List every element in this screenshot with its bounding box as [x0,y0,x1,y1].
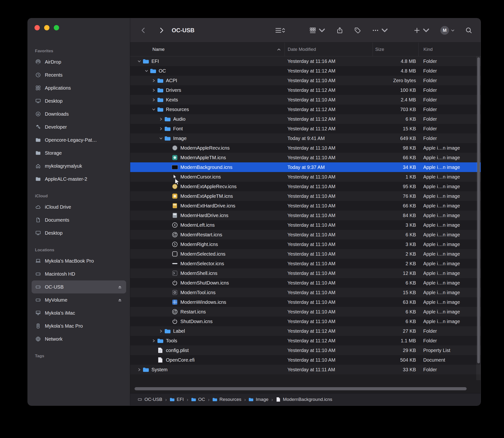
sidebar-item-airdrop[interactable]: AirDrop [32,55,126,68]
tag-button[interactable] [354,27,361,34]
vertical-scrollbar-thumb[interactable] [477,57,480,363]
zoom-button[interactable] [54,25,59,30]
sidebar-item-icloud-drive[interactable]: iCloud Drive [32,200,126,213]
file-row-modernextharddrive-icns[interactable]: ModernExtHardDrive.icnsYesterday at 11:1… [130,201,481,211]
minimize-button[interactable] [44,25,49,30]
file-row-drivers[interactable]: DriversYesterday at 11:12 AM100 KBFolder [130,85,481,95]
disclosure-closed-icon[interactable] [158,329,164,333]
column-header-size[interactable]: Size [373,43,418,56]
file-kind: Folder [418,367,481,372]
file-row-config-plist[interactable]: config.plistYesterday at 11:10 AM29 KBPr… [130,345,481,355]
horizontal-scrollbar-thumb[interactable] [135,387,467,390]
sidebar-item-oc-usb[interactable]: OC-USB [32,280,126,294]
file-row-modernselector-icns[interactable]: ModernSelector.icnsYesterday at 11:10 AM… [130,259,481,268]
column-header-name[interactable]: Name [130,43,285,56]
disclosure-closed-icon[interactable] [158,127,164,130]
file-date: Yesterday at 11:10 AM [285,357,373,363]
forward-button[interactable] [158,27,165,34]
file-row-shutdown-icns[interactable]: ShutDown.icnsYesterday at 11:10 AM6 KBAp… [130,317,481,326]
file-row-restart-icns[interactable]: Restart.icnsYesterday at 11:10 AM6 KBApp… [130,307,481,317]
path-segment-resources[interactable]: Resources [212,397,241,402]
sidebar-item-mykolagrymalyuk[interactable]: mykolagrymalyuk [32,160,126,173]
more-options-button[interactable] [372,27,388,34]
disclosure-closed-icon[interactable] [150,339,157,342]
sidebar-item-mykola-s-mac-pro[interactable]: Mykola’s Mac Pro [32,319,126,332]
file-row-modernextapplerecv-icns[interactable]: ModernExtAppleRecv.icnsYesterday at 11:1… [130,182,481,191]
file-row-modernapplerecv-icns[interactable]: ModernAppleRecv.icnsYesterday at 11:10 A… [130,143,481,153]
sidebar-item-myvolume[interactable]: MyVolume [32,294,126,307]
disclosure-open-icon[interactable] [143,69,149,73]
file-row-font[interactable]: FontYesterday at 11:12 AM15 KBFolder [130,124,481,133]
file-row-system[interactable]: SystemYesterday at 11:11 AM33 KBFolder [130,365,481,374]
sidebar-item-opencore-legacy-pat[interactable]: Opencore-Legacy-Pat… [32,133,126,146]
file-row-label[interactable]: LabelYesterday at 11:12 AM27 KBFolder [130,326,481,336]
sidebar-item-network[interactable]: Network [32,332,126,345]
sidebar-item-developer[interactable]: Developer [32,120,126,133]
file-row-modernextappletm-icns[interactable]: ModernExtAppleTM.icnsYesterday at 11:10 … [130,191,481,201]
sidebar-item-desktop[interactable]: Desktop [32,227,126,240]
back-button[interactable] [140,27,147,34]
file-row-acpi[interactable]: ACPIYesterday at 11:10 AMZero bytesFolde… [130,76,481,85]
file-row-modernbackground-icns[interactable]: ModernBackground.icnsToday at 9:37 AM34 … [130,162,481,172]
file-row-tools[interactable]: ToolsYesterday at 11:12 AM1.1 MBFolder [130,336,481,345]
folder-side-icon [35,137,41,143]
view-list-button[interactable] [275,27,285,34]
sidebar-item-documents[interactable]: Documents [32,213,126,227]
file-row-kexts[interactable]: KextsYesterday at 11:10 AM2.4 MBFolder [130,95,481,105]
search-button[interactable] [465,27,472,34]
path-segment-image[interactable]: Image [249,397,268,402]
file-row-modernshell-icns[interactable]: ModernShell.icnsYesterday at 11:10 AM12 … [130,268,481,278]
disclosure-closed-icon[interactable] [136,368,142,371]
horizontal-scrollbar[interactable] [135,387,470,390]
window-title: OC-USB [172,27,195,34]
group-view-button[interactable] [309,27,326,34]
file-row-modernrestart-icns[interactable]: ModernRestart.icnsYesterday at 11:10 AM6… [130,230,481,240]
file-name-cell: ModernRestart.icns [130,231,285,238]
file-row-opencore-efi[interactable]: OpenCore.efiYesterday at 11:10 AM504 KBD… [130,355,481,365]
sidebar-item-applealc-master-2[interactable]: AppleALC-master-2 [32,173,126,186]
disclosure-open-icon[interactable] [136,60,142,63]
file-row-efi[interactable]: EFIYesterday at 11:16 AM4.8 MBFolder [130,56,481,66]
share-button[interactable] [336,27,344,34]
file-row-moderntool-icns[interactable]: ModernTool.icnsYesterday at 11:10 AM15 K… [130,288,481,297]
sidebar-item-macintosh-hd[interactable]: Macintosh HD [32,267,126,280]
disclosure-open-icon[interactable] [158,137,164,140]
path-segment-oc-usb[interactable]: OC-USB [137,397,162,402]
sidebar-item-mykola-s-macbook-pro[interactable]: Mykola’s MacBook Pro [32,254,126,267]
account-button[interactable]: M [440,26,455,35]
path-segment-modernbackground-icns[interactable]: ModernBackground.icns [276,397,332,402]
file-row-modernselected-icns[interactable]: ModernSelected.icnsYesterday at 11:10 AM… [130,249,481,259]
column-header-kind[interactable]: Kind [418,43,481,56]
sidebar-item-downloads[interactable]: Downloads [32,108,126,120]
path-segment-oc[interactable]: OC [191,397,205,402]
file-row-audio[interactable]: AudioYesterday at 11:12 AM6 KBFolder [130,114,481,124]
disclosure-closed-icon[interactable] [150,89,157,92]
disclosure-closed-icon[interactable] [150,79,157,82]
path-segment-efi[interactable]: EFI [170,397,184,402]
sidebar-item-applications[interactable]: Applications [32,81,126,94]
file-row-moderncursor-icns[interactable]: ModernCursor.icnsYesterday at 11:10 AM1 … [130,172,481,182]
disclosure-closed-icon[interactable] [150,98,157,101]
sidebar-item-storage[interactable]: Storage [32,146,126,160]
column-header-date[interactable]: Date Modified [285,43,373,56]
file-row-modernharddrive-icns[interactable]: ModernHardDrive.icnsYesterday at 11:10 A… [130,211,481,220]
file-row-modernleft-icns[interactable]: ModernLeft.icnsYesterday at 11:10 AM3 KB… [130,220,481,230]
sidebar-section-icloud: iCloudiCloud DriveDocumentsDesktop [32,194,126,240]
sidebar-item-mykola-s-imac[interactable]: Mykola’s iMac [32,307,126,319]
sidebar-item-recents[interactable]: Recents [32,68,126,81]
file-row-modernwindows-icns[interactable]: ModernWindows.icnsYesterday at 11:10 AM6… [130,297,481,307]
eject-button[interactable] [117,284,123,290]
disclosure-closed-icon[interactable] [158,118,164,121]
sidebar-item-desktop[interactable]: Desktop [32,94,126,108]
eject-button[interactable] [117,297,123,303]
file-row-modernright-icns[interactable]: ModernRight.icnsYesterday at 11:10 AM3 K… [130,240,481,249]
file-row-modernappletm-icns[interactable]: ModernAppleTM.icnsYesterday at 11:10 AM6… [130,153,481,162]
file-row-image[interactable]: ImageToday at 9:41 AM649 KBFolder [130,133,481,143]
file-row-resources[interactable]: ResourcesYesterday at 11:12 AM703 KBFold… [130,105,481,114]
add-button[interactable] [413,27,430,34]
close-button[interactable] [34,25,40,30]
file-row-oc[interactable]: OCYesterday at 11:12 AM4.8 MBFolder [130,66,481,76]
vertical-scrollbar[interactable] [476,56,481,380]
file-row-modernshutdown-icns[interactable]: ModernShutDown.icnsYesterday at 11:10 AM… [130,278,481,288]
disclosure-open-icon[interactable] [150,108,157,111]
